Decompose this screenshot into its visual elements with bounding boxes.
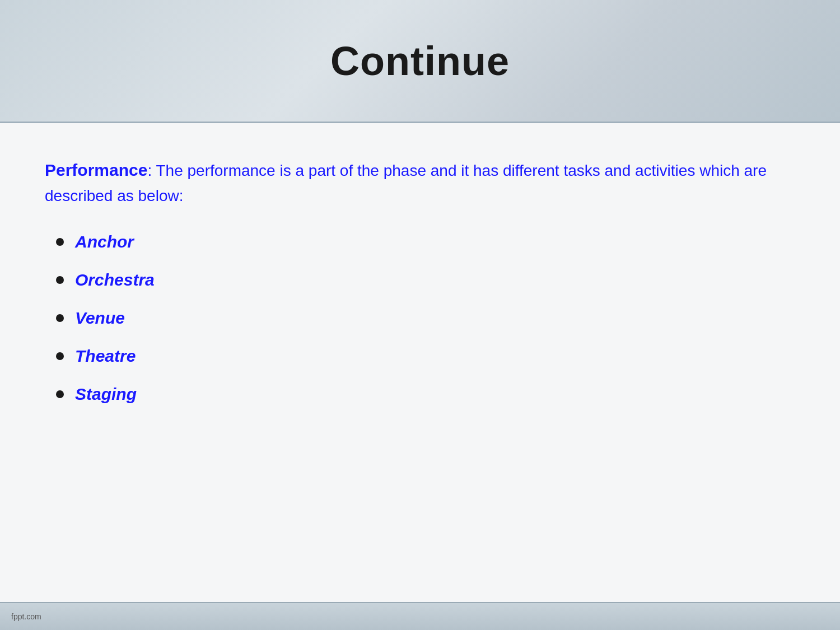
list-item: Venue [56, 302, 795, 334]
bullet-dot-icon [56, 314, 64, 322]
slide-title: Continue [330, 38, 510, 84]
bullet-item-venue: Venue [75, 309, 125, 328]
bullet-dot-icon [56, 352, 64, 360]
list-item: Staging [56, 378, 795, 410]
performance-description: : The performance is a part of the phase… [45, 162, 767, 204]
bullet-item-theatre: Theatre [75, 347, 136, 366]
list-item: Orchestra [56, 264, 795, 296]
footer: fppt.com [0, 602, 840, 630]
bullet-item-anchor: Anchor [75, 232, 134, 251]
bullet-dot-icon [56, 390, 64, 398]
list-item: Theatre [56, 340, 795, 372]
content-section: Performance: The performance is a part o… [0, 123, 840, 602]
performance-paragraph: Performance: The performance is a part o… [45, 157, 795, 209]
bullet-dot-icon [56, 238, 64, 246]
header: Continue [0, 0, 840, 123]
bullet-item-staging: Staging [75, 385, 137, 404]
footer-text: fppt.com [11, 612, 41, 621]
bullet-item-orchestra: Orchestra [75, 270, 155, 290]
list-item: Anchor [56, 226, 795, 258]
bullet-list: AnchorOrchestraVenueTheatreStaging [56, 226, 795, 410]
bullet-dot-icon [56, 276, 64, 284]
performance-label: Performance [45, 161, 147, 179]
